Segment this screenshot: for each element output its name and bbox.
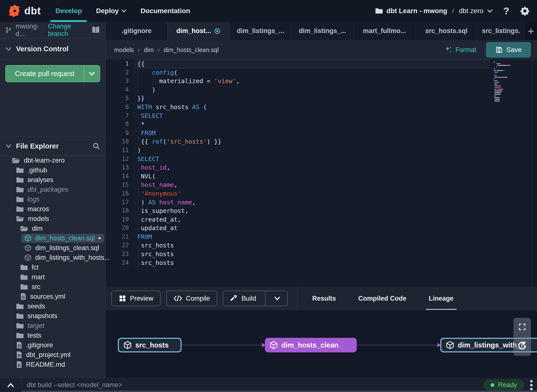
create-pr-dropdown[interactable] [84,66,100,82]
folder-icon [16,186,24,193]
minimap-seg [494,96,496,96]
minimap-seg [502,89,503,90]
minimap-seg [500,85,501,86]
minimap-line [494,70,531,71]
create-pr-button[interactable]: Create pull request [6,66,84,82]
format-button[interactable]: Format [445,46,476,54]
tree-item[interactable]: dbt_project.yml [0,350,105,360]
horizontal-scrollbar[interactable] [21,391,537,392]
tree-item-pill: target [13,321,47,330]
minimap[interactable] [494,61,531,102]
tree-item[interactable]: logs [0,194,105,204]
tree-item[interactable]: analyses [0,175,105,185]
tree-item[interactable]: dbt_packages [0,185,105,194]
lineage-edge [357,345,437,345]
build-dropdown[interactable] [269,296,280,301]
version-control-header[interactable]: Version Control [0,38,105,60]
tree-item[interactable]: README.md [0,360,105,369]
tree-item[interactable]: target [0,321,105,331]
tree-item-pill: tests [13,331,44,340]
tree-item[interactable]: snapshots [0,311,105,321]
preview-button[interactable]: Preview [111,291,161,306]
tree-item[interactable]: dbt-learn-zero [0,156,105,165]
tree-item[interactable]: .gitignore [0,340,105,350]
git-branch-icon [5,26,12,34]
minimap-line [494,73,531,75]
editor-tab[interactable]: dim_listings_... [230,22,292,40]
code-line: 2 config( [106,68,537,77]
indent-guide [138,198,139,207]
help-icon[interactable]: ? [503,6,509,17]
command-input[interactable]: dbt build --select <model_name> [27,381,122,389]
folder-icon [20,274,28,280]
tree-item-pill: README.md [13,360,68,369]
tree-item[interactable]: seeds [0,301,105,311]
code-editor[interactable]: 1{{2 config(3 materialized = 'view',4 )5… [106,60,537,287]
minimap-seg [494,92,501,93]
kebab-menu-icon[interactable] [530,380,533,390]
minimap-line [494,66,531,68]
tree-item[interactable]: fct [0,262,105,272]
tree-item[interactable]: tests [0,331,105,340]
tree-item[interactable]: dim_hosts_clean.sql• [0,233,105,243]
tree-item[interactable]: mart [0,272,105,282]
editor-tab[interactable]: .gitignore [106,22,168,40]
save-button[interactable]: Save [486,42,531,58]
compile-button[interactable]: Compile [166,291,217,306]
command-bar-expand[interactable] [0,378,21,392]
tree-item[interactable]: dim_listings_clean.sql [0,243,105,253]
editor-tab[interactable]: src_listings. [477,22,525,40]
breadcrumb-item[interactable]: dim_hosts_clean.sql [164,46,219,53]
refresh-icon[interactable] [517,340,528,351]
editor-tab[interactable]: dim_listings_... [292,22,354,40]
line-number: 3 [106,77,135,86]
code-text: created_at, [135,215,181,224]
minimap-seg [499,82,499,83]
code-line: 6WITH src_hosts AS ( [106,103,537,112]
editor-tab[interactable]: mart_fullmo... [354,22,416,40]
editor-tab[interactable]: src_hosts.sql [416,22,477,40]
file-explorer-header[interactable]: File Explorer [0,137,105,156]
dbt-logo[interactable]: dbt [8,4,41,18]
nav-deploy[interactable]: Deploy [96,0,126,22]
build-button[interactable]: Build [223,291,288,306]
tree-item[interactable]: sources.yml [0,292,105,301]
gear-icon[interactable] [520,6,530,16]
code-text: ) AS host_name, [135,198,196,207]
tree-item[interactable]: models [0,214,105,224]
indent-guide [138,112,139,120]
minimap-line [494,81,531,83]
tree-item[interactable]: src [0,282,105,292]
breadcrumb-item[interactable]: dim [144,46,154,53]
nav-documentation[interactable]: Documentation [141,0,190,22]
model-icon [24,235,32,242]
change-branch-link[interactable]: Change branch [48,23,87,38]
chevron-down-icon [487,9,493,13]
tree-item-label: dim [32,225,43,232]
editor-tab[interactable]: dim_host... [168,22,230,40]
breadcrumb-item[interactable]: models [114,46,134,53]
tree-item[interactable]: .github [0,165,105,175]
line-number: 20 [106,224,135,233]
tab-lineage[interactable]: Lineage [429,287,454,310]
search-icon[interactable] [92,142,100,150]
project-selector[interactable]: dbt Learn - mwong / dbt zero [375,7,493,15]
tree-item[interactable]: dim [0,224,105,233]
lineage-node[interactable]: dim_hosts_clean [265,338,357,352]
new-tab-button[interactable]: + [525,22,537,40]
button-divider [265,291,266,306]
code-text: src_hosts [135,250,174,259]
code-line: 1{{ [106,60,537,68]
indent-guide [138,86,139,94]
tab-results[interactable]: Results [312,287,336,310]
folder-icon [20,284,28,290]
tree-item[interactable]: dim_listings_with_hosts... [0,253,105,262]
tree-item[interactable]: macros [0,204,105,214]
nav-develop[interactable]: Develop [55,0,82,22]
fullscreen-icon[interactable] [518,323,526,331]
lineage-node[interactable]: src_hosts [118,338,182,352]
tab-compiled-code[interactable]: Compiled Code [358,287,407,310]
docs-book-icon[interactable] [91,26,100,34]
tree-item-pill: dbt_packages [13,185,71,194]
minimap-line [494,71,531,73]
